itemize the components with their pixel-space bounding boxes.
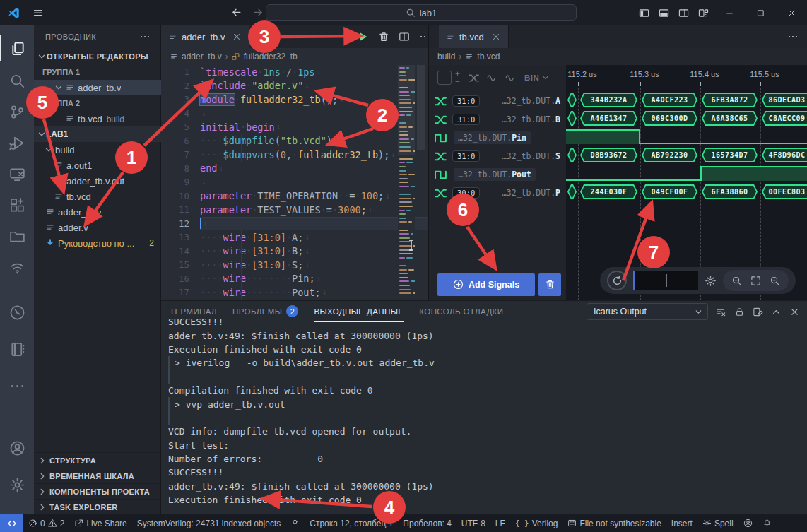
remove-signals-button[interactable]: [538, 273, 561, 296]
insert-mode-status[interactable]: Insert: [666, 519, 697, 528]
nav-back-icon[interactable]: [230, 6, 242, 18]
value-box-button[interactable]: [437, 71, 452, 85]
tree-item-adder_tb.v[interactable]: adder_tb.v: [34, 80, 161, 95]
tree-item-Руководство по ...[interactable]: Руководство по ...2: [34, 235, 161, 251]
activity-timeline-clock[interactable]: [0, 300, 34, 325]
eol-status[interactable]: LF: [490, 519, 510, 528]
close-panel-icon[interactable]: [789, 307, 800, 317]
activity-run-debug[interactable]: [0, 130, 34, 155]
trash-button[interactable]: [378, 31, 389, 42]
zoom-in-icon[interactable]: [770, 276, 780, 286]
sidebar-section-ВРЕМЕННАЯ ШКАЛА[interactable]: ВРЕМЕННАЯ ШКАЛА: [34, 468, 161, 483]
sidebar-section-КОМПОНЕНТЫ ПРОЕКТА[interactable]: КОМПОНЕНТЫ ПРОЕКТА: [34, 483, 161, 499]
window-close-icon[interactable]: [776, 0, 807, 25]
signal-row-A[interactable]: 31:0…32_tb.DUT.A: [429, 92, 566, 110]
fit-screen-icon[interactable]: [750, 276, 761, 286]
person-status[interactable]: [738, 519, 758, 528]
tree-item-tb.vcd[interactable]: tb.vcd: [34, 189, 161, 204]
customize-layout-icon[interactable]: [694, 4, 712, 22]
activity-settings-gear[interactable]: [0, 472, 34, 497]
encoding-status[interactable]: UTF-8: [456, 519, 490, 528]
open-in-editor-icon[interactable]: [753, 307, 763, 317]
toggle-secondary-sidebar-icon[interactable]: [674, 4, 693, 22]
plus-icon[interactable]: [454, 71, 461, 77]
breadcrumb[interactable]: adder_tb.v › fulladder32_tb: [161, 48, 428, 65]
menu-icon[interactable]: [33, 7, 44, 18]
language-status[interactable]: { }Verilog: [510, 519, 563, 528]
breadcrumb-file[interactable]: adder_tb.v: [182, 52, 222, 61]
remote-indicator[interactable]: [0, 514, 23, 532]
tree-item-adder_tb.v[interactable]: adder_tb.v: [34, 204, 161, 220]
tree-item-tb.vcd[interactable]: tb.vcdbuild: [34, 111, 161, 126]
activity-wireless[interactable]: [0, 254, 34, 280]
editor-more-icon[interactable]: [419, 31, 428, 42]
window-minimize-icon[interactable]: [714, 0, 745, 25]
signal-row-S[interactable]: 31:0…32_tb.DUT.S: [429, 147, 566, 165]
tree-item-adder.v[interactable]: adder.v: [34, 220, 161, 235]
minus-icon[interactable]: [454, 78, 461, 85]
nav-forward-icon[interactable]: [252, 6, 264, 18]
output-channel-select[interactable]: Icarus Output: [587, 303, 708, 320]
split-editor-button[interactable]: [399, 31, 410, 42]
command-center-search[interactable]: lab1: [266, 4, 577, 21]
sidebar-section-СТРУКТУРА[interactable]: СТРУКТУРА: [34, 452, 161, 468]
output-console[interactable]: SUCCESS!!!adder_tb.v:49: $finish called …: [168, 319, 804, 514]
signal-row-Pin[interactable]: …32_tb.DUT.Pin: [429, 129, 566, 147]
breadcrumb-file[interactable]: tb.vcd: [477, 52, 500, 61]
lock-icon[interactable]: [734, 307, 745, 317]
explorer-more-icon[interactable]: [139, 31, 151, 42]
sidebar-section-TASK EXPLORER[interactable]: TASK EXPLORER: [34, 499, 161, 514]
window-maximize-icon[interactable]: [745, 0, 776, 25]
indentation-status[interactable]: Пробелов: 4: [398, 519, 456, 528]
spell-status[interactable]: Spell: [697, 519, 738, 528]
code-editor[interactable]: 1`timescale·1ns·/·1ps↓2`include·"adder.v…: [161, 65, 428, 300]
live-share-status[interactable]: Live Share: [69, 519, 131, 528]
format-dropdown[interactable]: BIN: [524, 73, 550, 82]
breadcrumb-folder[interactable]: build: [437, 52, 455, 61]
activity-remote-explorer[interactable]: [0, 161, 34, 187]
analog-wave-icon[interactable]: [505, 73, 516, 83]
bus-format-icon[interactable]: [469, 73, 479, 83]
editor-scrollbar[interactable]: [417, 65, 425, 150]
toggle-panel-icon[interactable]: [654, 4, 673, 22]
signal-row-Pout[interactable]: …32_tb.DUT.Pout: [429, 165, 566, 184]
tab-close-icon[interactable]: [232, 32, 242, 42]
activity-more[interactable]: [0, 373, 34, 398]
maximize-panel-icon[interactable]: [771, 307, 782, 317]
editor-more-icon[interactable]: [787, 31, 799, 42]
signal-row-B[interactable]: 31:0…32_tb.DUT.B: [429, 110, 566, 129]
refresh-button[interactable]: [607, 271, 627, 290]
tab-tb-vcd[interactable]: tb.vcd: [439, 25, 509, 48]
settings-gear-icon[interactable]: [705, 275, 717, 287]
activity-source-control[interactable]: [0, 99, 34, 124]
activity-project-folder[interactable]: [0, 223, 34, 249]
tree-item-adder_tb.v.out[interactable]: adder_tb.v.out: [34, 173, 161, 189]
synthesis-status[interactable]: File not synthesizable: [562, 519, 666, 528]
tree-folder-build[interactable]: build: [34, 142, 161, 158]
tab-close-icon[interactable]: [491, 32, 501, 42]
minimap-slider[interactable]: [398, 65, 415, 155]
signal-row-P[interactable]: 30:0…32_tb.DUT.P: [429, 184, 566, 202]
waveform-canvas[interactable]: 115.2 us115.3 us115.4 us115.5 us344B232A…: [566, 65, 807, 300]
zoom-out-icon[interactable]: [731, 276, 742, 286]
activity-notebook[interactable]: [0, 336, 34, 362]
time-input[interactable]: [633, 271, 698, 290]
clear-output-icon[interactable]: [716, 307, 726, 317]
toggle-sidebar-icon[interactable]: [635, 4, 653, 22]
activity-extensions[interactable]: [0, 192, 34, 218]
notifications-status[interactable]: [758, 519, 777, 528]
tree-item-a.out1[interactable]: a.out1: [34, 158, 161, 173]
indexer-status[interactable]: SystemVerilog: 24731 indexed objects: [132, 519, 285, 528]
problems-status[interactable]: 0 2: [23, 519, 69, 528]
workspace-root[interactable]: LAB1: [34, 126, 161, 142]
breadcrumb-symbol[interactable]: fulladder32_tb: [244, 52, 298, 61]
activity-search[interactable]: [0, 68, 34, 93]
analog-wave-icon[interactable]: [487, 73, 497, 83]
activity-account[interactable]: [0, 435, 34, 461]
run-button[interactable]: [358, 31, 369, 42]
open-editors-header[interactable]: ОТКРЫТЫЕ РЕДАКТОРЫ: [34, 49, 161, 64]
port-status[interactable]: [285, 519, 305, 528]
add-signals-button[interactable]: Add Signals: [437, 273, 535, 296]
cursor-position[interactable]: Строка 12, столбец 1: [305, 519, 398, 528]
activity-files[interactable]: [0, 35, 34, 61]
